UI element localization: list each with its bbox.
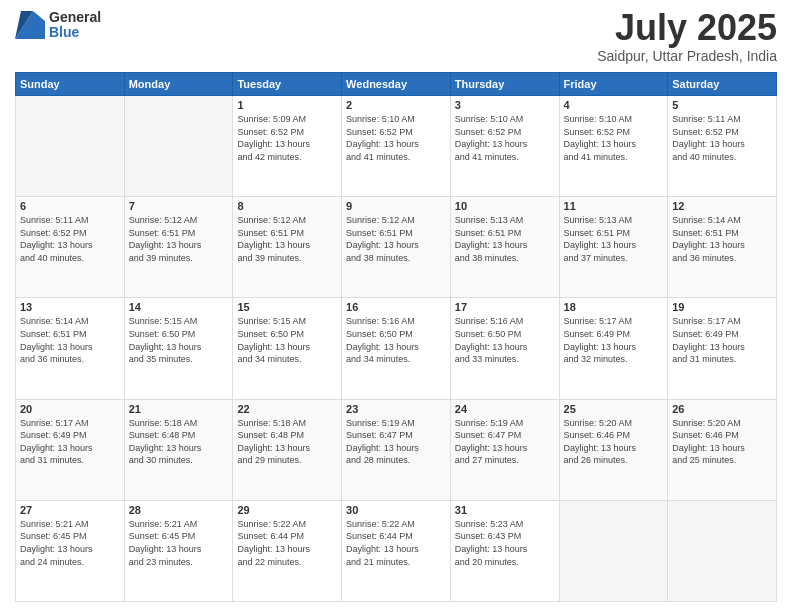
day-info: Sunrise: 5:14 AM Sunset: 6:51 PM Dayligh… xyxy=(20,315,120,365)
day-number: 21 xyxy=(129,403,229,415)
logo: General Blue xyxy=(15,10,101,41)
day-info: Sunrise: 5:19 AM Sunset: 6:47 PM Dayligh… xyxy=(455,417,555,467)
day-info: Sunrise: 5:14 AM Sunset: 6:51 PM Dayligh… xyxy=(672,214,772,264)
day-info: Sunrise: 5:10 AM Sunset: 6:52 PM Dayligh… xyxy=(455,113,555,163)
month-title: July 2025 xyxy=(597,10,777,46)
table-row: 23Sunrise: 5:19 AM Sunset: 6:47 PM Dayli… xyxy=(342,399,451,500)
day-number: 17 xyxy=(455,301,555,313)
day-number: 6 xyxy=(20,200,120,212)
day-number: 18 xyxy=(564,301,664,313)
logo-text: General Blue xyxy=(49,10,101,41)
calendar-week-row: 13Sunrise: 5:14 AM Sunset: 6:51 PM Dayli… xyxy=(16,298,777,399)
day-info: Sunrise: 5:23 AM Sunset: 6:43 PM Dayligh… xyxy=(455,518,555,568)
day-number: 9 xyxy=(346,200,446,212)
logo-icon xyxy=(15,11,45,39)
table-row: 19Sunrise: 5:17 AM Sunset: 6:49 PM Dayli… xyxy=(668,298,777,399)
day-number: 3 xyxy=(455,99,555,111)
col-wednesday: Wednesday xyxy=(342,73,451,96)
table-row: 30Sunrise: 5:22 AM Sunset: 6:44 PM Dayli… xyxy=(342,500,451,601)
table-row: 9Sunrise: 5:12 AM Sunset: 6:51 PM Daylig… xyxy=(342,197,451,298)
day-info: Sunrise: 5:12 AM Sunset: 6:51 PM Dayligh… xyxy=(237,214,337,264)
calendar-week-row: 6Sunrise: 5:11 AM Sunset: 6:52 PM Daylig… xyxy=(16,197,777,298)
day-info: Sunrise: 5:16 AM Sunset: 6:50 PM Dayligh… xyxy=(346,315,446,365)
table-row: 22Sunrise: 5:18 AM Sunset: 6:48 PM Dayli… xyxy=(233,399,342,500)
table-row: 21Sunrise: 5:18 AM Sunset: 6:48 PM Dayli… xyxy=(124,399,233,500)
calendar-table: Sunday Monday Tuesday Wednesday Thursday… xyxy=(15,72,777,602)
day-info: Sunrise: 5:09 AM Sunset: 6:52 PM Dayligh… xyxy=(237,113,337,163)
day-number: 27 xyxy=(20,504,120,516)
table-row: 20Sunrise: 5:17 AM Sunset: 6:49 PM Dayli… xyxy=(16,399,125,500)
table-row: 1Sunrise: 5:09 AM Sunset: 6:52 PM Daylig… xyxy=(233,96,342,197)
col-tuesday: Tuesday xyxy=(233,73,342,96)
day-info: Sunrise: 5:11 AM Sunset: 6:52 PM Dayligh… xyxy=(672,113,772,163)
day-info: Sunrise: 5:15 AM Sunset: 6:50 PM Dayligh… xyxy=(129,315,229,365)
day-number: 22 xyxy=(237,403,337,415)
day-number: 12 xyxy=(672,200,772,212)
day-info: Sunrise: 5:17 AM Sunset: 6:49 PM Dayligh… xyxy=(564,315,664,365)
day-info: Sunrise: 5:17 AM Sunset: 6:49 PM Dayligh… xyxy=(672,315,772,365)
table-row: 3Sunrise: 5:10 AM Sunset: 6:52 PM Daylig… xyxy=(450,96,559,197)
day-number: 24 xyxy=(455,403,555,415)
table-row: 5Sunrise: 5:11 AM Sunset: 6:52 PM Daylig… xyxy=(668,96,777,197)
day-number: 11 xyxy=(564,200,664,212)
day-info: Sunrise: 5:21 AM Sunset: 6:45 PM Dayligh… xyxy=(129,518,229,568)
col-thursday: Thursday xyxy=(450,73,559,96)
table-row: 10Sunrise: 5:13 AM Sunset: 6:51 PM Dayli… xyxy=(450,197,559,298)
table-row: 15Sunrise: 5:15 AM Sunset: 6:50 PM Dayli… xyxy=(233,298,342,399)
day-number: 20 xyxy=(20,403,120,415)
day-number: 30 xyxy=(346,504,446,516)
table-row: 8Sunrise: 5:12 AM Sunset: 6:51 PM Daylig… xyxy=(233,197,342,298)
calendar-week-row: 20Sunrise: 5:17 AM Sunset: 6:49 PM Dayli… xyxy=(16,399,777,500)
day-number: 4 xyxy=(564,99,664,111)
table-row: 6Sunrise: 5:11 AM Sunset: 6:52 PM Daylig… xyxy=(16,197,125,298)
day-number: 1 xyxy=(237,99,337,111)
table-row: 18Sunrise: 5:17 AM Sunset: 6:49 PM Dayli… xyxy=(559,298,668,399)
table-row xyxy=(124,96,233,197)
day-info: Sunrise: 5:21 AM Sunset: 6:45 PM Dayligh… xyxy=(20,518,120,568)
day-number: 25 xyxy=(564,403,664,415)
day-info: Sunrise: 5:12 AM Sunset: 6:51 PM Dayligh… xyxy=(346,214,446,264)
logo-general-text: General xyxy=(49,10,101,25)
day-info: Sunrise: 5:19 AM Sunset: 6:47 PM Dayligh… xyxy=(346,417,446,467)
col-saturday: Saturday xyxy=(668,73,777,96)
day-info: Sunrise: 5:13 AM Sunset: 6:51 PM Dayligh… xyxy=(564,214,664,264)
table-row: 26Sunrise: 5:20 AM Sunset: 6:46 PM Dayli… xyxy=(668,399,777,500)
day-number: 19 xyxy=(672,301,772,313)
day-info: Sunrise: 5:20 AM Sunset: 6:46 PM Dayligh… xyxy=(564,417,664,467)
table-row: 2Sunrise: 5:10 AM Sunset: 6:52 PM Daylig… xyxy=(342,96,451,197)
col-friday: Friday xyxy=(559,73,668,96)
table-row: 25Sunrise: 5:20 AM Sunset: 6:46 PM Dayli… xyxy=(559,399,668,500)
day-number: 15 xyxy=(237,301,337,313)
table-row: 11Sunrise: 5:13 AM Sunset: 6:51 PM Dayli… xyxy=(559,197,668,298)
title-area: July 2025 Saidpur, Uttar Pradesh, India xyxy=(597,10,777,64)
table-row: 4Sunrise: 5:10 AM Sunset: 6:52 PM Daylig… xyxy=(559,96,668,197)
day-info: Sunrise: 5:10 AM Sunset: 6:52 PM Dayligh… xyxy=(346,113,446,163)
day-number: 10 xyxy=(455,200,555,212)
table-row: 29Sunrise: 5:22 AM Sunset: 6:44 PM Dayli… xyxy=(233,500,342,601)
day-number: 23 xyxy=(346,403,446,415)
calendar-week-row: 27Sunrise: 5:21 AM Sunset: 6:45 PM Dayli… xyxy=(16,500,777,601)
table-row: 31Sunrise: 5:23 AM Sunset: 6:43 PM Dayli… xyxy=(450,500,559,601)
day-number: 5 xyxy=(672,99,772,111)
day-info: Sunrise: 5:18 AM Sunset: 6:48 PM Dayligh… xyxy=(129,417,229,467)
table-row: 16Sunrise: 5:16 AM Sunset: 6:50 PM Dayli… xyxy=(342,298,451,399)
col-sunday: Sunday xyxy=(16,73,125,96)
day-number: 2 xyxy=(346,99,446,111)
day-info: Sunrise: 5:10 AM Sunset: 6:52 PM Dayligh… xyxy=(564,113,664,163)
day-number: 16 xyxy=(346,301,446,313)
day-info: Sunrise: 5:11 AM Sunset: 6:52 PM Dayligh… xyxy=(20,214,120,264)
day-info: Sunrise: 5:15 AM Sunset: 6:50 PM Dayligh… xyxy=(237,315,337,365)
day-number: 7 xyxy=(129,200,229,212)
day-info: Sunrise: 5:20 AM Sunset: 6:46 PM Dayligh… xyxy=(672,417,772,467)
table-row: 13Sunrise: 5:14 AM Sunset: 6:51 PM Dayli… xyxy=(16,298,125,399)
day-info: Sunrise: 5:13 AM Sunset: 6:51 PM Dayligh… xyxy=(455,214,555,264)
calendar-week-row: 1Sunrise: 5:09 AM Sunset: 6:52 PM Daylig… xyxy=(16,96,777,197)
day-number: 13 xyxy=(20,301,120,313)
location-subtitle: Saidpur, Uttar Pradesh, India xyxy=(597,48,777,64)
day-info: Sunrise: 5:22 AM Sunset: 6:44 PM Dayligh… xyxy=(237,518,337,568)
table-row: 17Sunrise: 5:16 AM Sunset: 6:50 PM Dayli… xyxy=(450,298,559,399)
col-monday: Monday xyxy=(124,73,233,96)
day-number: 31 xyxy=(455,504,555,516)
table-row: 12Sunrise: 5:14 AM Sunset: 6:51 PM Dayli… xyxy=(668,197,777,298)
day-number: 26 xyxy=(672,403,772,415)
